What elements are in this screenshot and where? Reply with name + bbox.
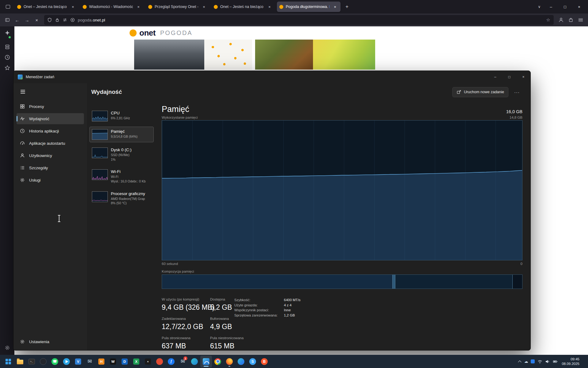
memory-usage-area	[162, 170, 522, 260]
sidebar-item-szczegoly[interactable]: Szczegóły	[17, 162, 84, 173]
history-icon[interactable]	[5, 55, 10, 60]
wifi-icon[interactable]	[537, 359, 542, 364]
tm-maximize-button[interactable]: □	[502, 71, 516, 83]
tracking-protection-icon[interactable]	[47, 17, 52, 22]
mail-unread-button[interactable]: ✉1	[177, 356, 189, 367]
weather-image-forecast-map[interactable]	[204, 40, 252, 70]
volume-icon[interactable]	[545, 359, 550, 364]
back-button[interactable]: ←	[12, 15, 22, 25]
weather-image-temperature-map[interactable]	[313, 40, 375, 70]
perf-item-wifi[interactable]: Wi-Fi Wi-Fi Wysł.: 16,0 Odebr.: 0 Kb	[89, 167, 154, 186]
site-info-icon[interactable]	[70, 17, 75, 22]
battery-icon[interactable]	[553, 359, 558, 364]
app-d-button[interactable]: D	[119, 356, 130, 367]
task-manager-window-controls: – □ ×	[488, 71, 530, 83]
mail-button[interactable]: ✉	[84, 356, 96, 367]
weather-media-row	[134, 40, 375, 70]
perf-name: Procesor graficzny	[111, 191, 145, 196]
start-button[interactable]	[2, 356, 14, 367]
sidebar-toggle-button[interactable]	[2, 15, 12, 25]
forward-button[interactable]: →	[22, 15, 32, 25]
tray-cloud-icon[interactable]: ☁	[524, 359, 528, 364]
sidebar-item-ustawienia[interactable]: Ustawienia	[17, 336, 84, 347]
run-new-task-button[interactable]: Uruchom nowe zadanie	[452, 87, 508, 97]
app-w-button[interactable]: W	[107, 356, 119, 367]
tray-app-icon[interactable]	[531, 359, 535, 363]
windows-logo-icon	[6, 359, 11, 364]
brave-icon: B	[261, 358, 268, 365]
perf-item-disk[interactable]: Dysk 0 (C:) SSD (NVMe) 1%	[89, 145, 154, 164]
permissions-swap-icon[interactable]	[62, 17, 67, 22]
weather-image-autumn[interactable]	[255, 40, 313, 70]
browser-maximize-button[interactable]: □	[558, 0, 572, 13]
tab-close-icon[interactable]: ×	[70, 4, 76, 10]
chrome-button[interactable]	[212, 356, 224, 367]
tm-minimize-button[interactable]: –	[488, 71, 502, 83]
tab-pogoda-active[interactable]: Pogoda długoterminowa. Prog ×	[277, 2, 341, 12]
sidebar-hamburger-button[interactable]	[17, 87, 28, 97]
more-options-button[interactable]: ···	[511, 87, 522, 97]
app-dark-icon	[40, 358, 47, 365]
app-red-button[interactable]	[154, 356, 165, 367]
sidebar-item-wydajnosc[interactable]: Wydajność	[17, 113, 84, 124]
tab-przeglad-sportowy[interactable]: Przegląd Sportowy Onet - wiad ×	[146, 2, 209, 12]
photos-button[interactable]: ▲	[142, 356, 154, 367]
ai-chatbot-icon[interactable]	[5, 30, 10, 36]
task-manager-titlebar[interactable]: Menedżer zadań – □ ×	[13, 71, 530, 83]
perf-item-gpu[interactable]: Procesor graficzny AMD Radeon(TM) Grap 8…	[89, 189, 154, 208]
skype-button[interactable]: S	[247, 356, 258, 367]
menu-button[interactable]	[576, 15, 586, 25]
browser-minimize-button[interactable]: –	[544, 0, 558, 13]
whatsapp-button[interactable]: ☎	[49, 356, 61, 367]
clock[interactable]: 09:45 08.09.2025	[562, 357, 579, 366]
stop-button[interactable]: ×	[32, 15, 42, 25]
firefox-button[interactable]	[224, 356, 235, 367]
tm-close-button[interactable]: ×	[516, 71, 530, 83]
edge-icon	[238, 358, 244, 365]
app-dark-button[interactable]	[37, 356, 49, 367]
sidebar-item-uzytkownicy[interactable]: Użytkownicy	[17, 150, 84, 161]
tray-chevron-up-icon[interactable]	[518, 360, 521, 363]
list-all-tabs-icon[interactable]: ∨	[535, 2, 544, 11]
sidebar-item-aplikacje-autostartu[interactable]: Aplikacje autostartu	[17, 138, 84, 149]
app-teal-button[interactable]	[189, 356, 200, 367]
tab-close-icon[interactable]: ×	[135, 4, 141, 10]
stat-in-use: W użyciu (po kompresji) 9,4 GB (326 MB)	[162, 297, 210, 312]
facebook-button[interactable]: f	[165, 356, 177, 367]
tab-wiadomosci[interactable]: Wiadomości - Wiadomości w O ×	[80, 2, 144, 12]
task-manager-taskbar-button[interactable]	[200, 356, 212, 367]
extensions-icon[interactable]	[566, 15, 576, 25]
tab-onet-2[interactable]: Onet – Jesteś na bieżąco ×	[211, 2, 275, 12]
tab-close-icon[interactable]: ×	[201, 4, 207, 10]
tab-close-icon[interactable]: ×	[266, 4, 273, 10]
bookmarks-star-icon[interactable]	[5, 65, 10, 71]
sidebar-item-uslugi[interactable]: Usługi	[17, 174, 84, 186]
firefox-view-button[interactable]	[3, 2, 13, 12]
tab-close-icon[interactable]: ×	[332, 4, 338, 10]
app-x-button[interactable]: X	[130, 356, 142, 367]
sidebar-item-historia-aplikacji[interactable]: Historia aplikacji	[17, 125, 84, 136]
app-h-button[interactable]: H	[96, 356, 107, 367]
new-tab-button[interactable]: +	[342, 2, 352, 11]
weather-image-storm[interactable]	[134, 40, 204, 70]
sidebar-item-procesy[interactable]: Procesy	[17, 101, 84, 112]
url-bar[interactable]: pogoda.onet.pl ☆	[44, 15, 554, 25]
browser-close-button[interactable]: ×	[572, 0, 586, 13]
file-explorer-button[interactable]	[14, 356, 26, 367]
perf-item-cpu[interactable]: CPU 6% 2,81 GHz	[89, 108, 154, 124]
edge-button[interactable]	[235, 356, 247, 367]
onet-logo-circle[interactable]	[130, 29, 137, 36]
vscode-button[interactable]: V	[72, 356, 84, 367]
perf-item-memory[interactable]: Pamięć 9,5/14,8 GB (64%)	[89, 127, 154, 142]
lock-icon[interactable]	[55, 17, 60, 22]
library-icon[interactable]	[5, 44, 10, 50]
onet-logo-text[interactable]: onet	[139, 28, 156, 38]
terminal-button[interactable]: >_	[26, 356, 37, 367]
tab-onet-1[interactable]: Onet – Jesteś na bieżąco ×	[15, 2, 78, 12]
account-icon[interactable]	[556, 15, 566, 25]
telegram-button[interactable]	[61, 356, 72, 367]
brave-button[interactable]: B	[258, 356, 270, 367]
sidebar-settings-icon[interactable]	[5, 345, 10, 351]
bookmark-star-icon[interactable]: ☆	[546, 17, 551, 22]
performance-list: CPU 6% 2,81 GHz Pamięć 9,5/14,8 GB (64%)	[89, 101, 154, 350]
